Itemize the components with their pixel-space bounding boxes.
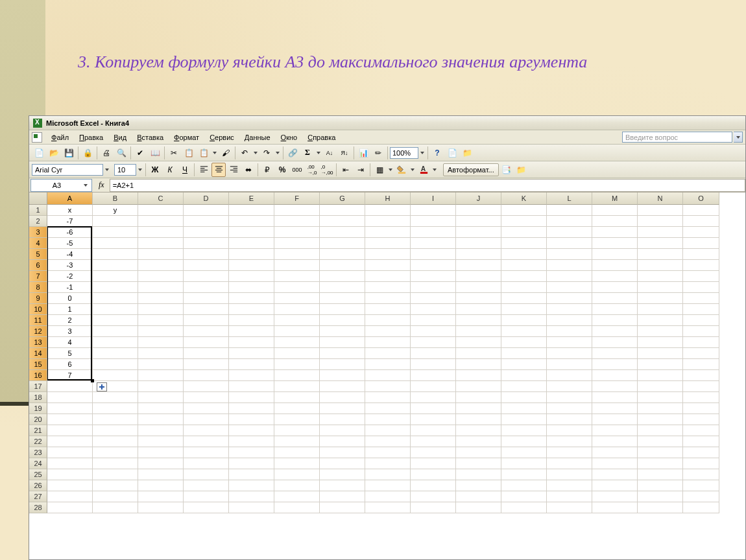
cell-O28[interactable] — [683, 502, 719, 513]
cell-O2[interactable] — [683, 216, 719, 227]
cell-K24[interactable] — [501, 458, 547, 469]
cell-F10[interactable] — [274, 304, 320, 315]
cell-O16[interactable] — [683, 370, 719, 381]
cell-I28[interactable] — [411, 502, 456, 513]
cell-M22[interactable] — [592, 436, 638, 447]
cell-M15[interactable] — [592, 359, 638, 370]
cell-H8[interactable] — [365, 282, 411, 293]
cell-D6[interactable] — [184, 260, 229, 271]
autosum-button[interactable]: Σ — [300, 146, 315, 160]
cell-H16[interactable] — [365, 370, 411, 381]
cell-K19[interactable] — [501, 403, 547, 414]
cell-O8[interactable] — [683, 282, 719, 293]
cell-N23[interactable] — [638, 447, 683, 458]
cell-C28[interactable] — [138, 502, 184, 513]
cell-O10[interactable] — [683, 304, 719, 315]
save-button[interactable]: 💾 — [62, 146, 76, 160]
cell-K11[interactable] — [501, 315, 547, 326]
cell-F19[interactable] — [274, 403, 320, 414]
cell-A23[interactable] — [47, 447, 93, 458]
cell-F5[interactable] — [274, 249, 320, 260]
autosum-dropdown[interactable] — [315, 152, 322, 154]
cell-H22[interactable] — [365, 436, 411, 447]
cell-B24[interactable] — [93, 458, 138, 469]
cell-O5[interactable] — [683, 249, 719, 260]
cell-K15[interactable] — [501, 359, 547, 370]
cell-J9[interactable] — [456, 293, 501, 304]
folder-button[interactable]: 📁 — [460, 146, 474, 160]
cell-J16[interactable] — [456, 370, 501, 381]
cell-J20[interactable] — [456, 414, 501, 425]
cell-D26[interactable] — [184, 480, 229, 491]
cell-D12[interactable] — [184, 326, 229, 337]
cell-B19[interactable] — [93, 403, 138, 414]
cell-F16[interactable] — [274, 370, 320, 381]
cell-O11[interactable] — [683, 315, 719, 326]
borders-button[interactable]: ▦ — [372, 163, 387, 177]
menu-правка[interactable]: Правка — [74, 132, 108, 143]
menu-данные[interactable]: Данные — [239, 132, 276, 143]
cell-D4[interactable] — [184, 238, 229, 249]
comma-button[interactable]: 000 — [290, 163, 304, 177]
cell-K12[interactable] — [501, 326, 547, 337]
cell-C6[interactable] — [138, 260, 184, 271]
row-header-20[interactable]: 20 — [29, 414, 47, 425]
undo-button[interactable]: ↶ — [237, 146, 252, 160]
cell-M17[interactable] — [592, 381, 638, 392]
cell-C15[interactable] — [138, 359, 184, 370]
copy-button[interactable]: 📋 — [182, 146, 196, 160]
cell-B7[interactable] — [93, 271, 138, 282]
cell-F24[interactable] — [274, 458, 320, 469]
cell-E9[interactable] — [229, 293, 274, 304]
row-header-19[interactable]: 19 — [29, 403, 47, 414]
cell-J13[interactable] — [456, 337, 501, 348]
cell-E18[interactable] — [229, 392, 274, 403]
cell-E22[interactable] — [229, 436, 274, 447]
cell-O4[interactable] — [683, 238, 719, 249]
cell-B14[interactable] — [93, 348, 138, 359]
cell-D28[interactable] — [184, 502, 229, 513]
cell-L12[interactable] — [547, 326, 592, 337]
cell-L16[interactable] — [547, 370, 592, 381]
font-color-button[interactable]: A — [416, 163, 431, 177]
cell-D19[interactable] — [184, 403, 229, 414]
cell-J17[interactable] — [456, 381, 501, 392]
cell-K7[interactable] — [501, 271, 547, 282]
cell-M7[interactable] — [592, 271, 638, 282]
cell-J4[interactable] — [456, 238, 501, 249]
cell-K17[interactable] — [501, 381, 547, 392]
cell-D17[interactable] — [184, 381, 229, 392]
cell-H9[interactable] — [365, 293, 411, 304]
cell-M1[interactable] — [592, 205, 638, 216]
cell-G3[interactable] — [320, 227, 365, 238]
cell-O26[interactable] — [683, 480, 719, 491]
sort-asc-button[interactable]: A↓ — [322, 146, 337, 160]
cell-I3[interactable] — [411, 227, 456, 238]
cell-N14[interactable] — [638, 348, 683, 359]
cell-B6[interactable] — [93, 260, 138, 271]
cell-N18[interactable] — [638, 392, 683, 403]
cell-F22[interactable] — [274, 436, 320, 447]
cell-F14[interactable] — [274, 348, 320, 359]
cell-J7[interactable] — [456, 271, 501, 282]
cell-E17[interactable] — [229, 381, 274, 392]
cell-L17[interactable] — [547, 381, 592, 392]
cell-F7[interactable] — [274, 271, 320, 282]
cell-O21[interactable] — [683, 425, 719, 436]
zoom-input[interactable]: 100% — [390, 147, 418, 159]
cell-A10[interactable]: 1 — [47, 304, 93, 315]
col-header-C[interactable]: C — [138, 192, 184, 205]
cell-L15[interactable] — [547, 359, 592, 370]
cell-H25[interactable] — [365, 469, 411, 480]
cell-D2[interactable] — [184, 216, 229, 227]
cell-L2[interactable] — [547, 216, 592, 227]
cell-I23[interactable] — [411, 447, 456, 458]
cell-A13[interactable]: 4 — [47, 337, 93, 348]
font-size-dropdown[interactable] — [137, 169, 143, 171]
decrease-decimal-button[interactable]: ,0→,00 — [320, 163, 334, 177]
cell-C20[interactable] — [138, 414, 184, 425]
help-button[interactable]: ? — [430, 146, 444, 160]
cell-C21[interactable] — [138, 425, 184, 436]
align-right-button[interactable] — [226, 163, 241, 177]
cell-G5[interactable] — [320, 249, 365, 260]
